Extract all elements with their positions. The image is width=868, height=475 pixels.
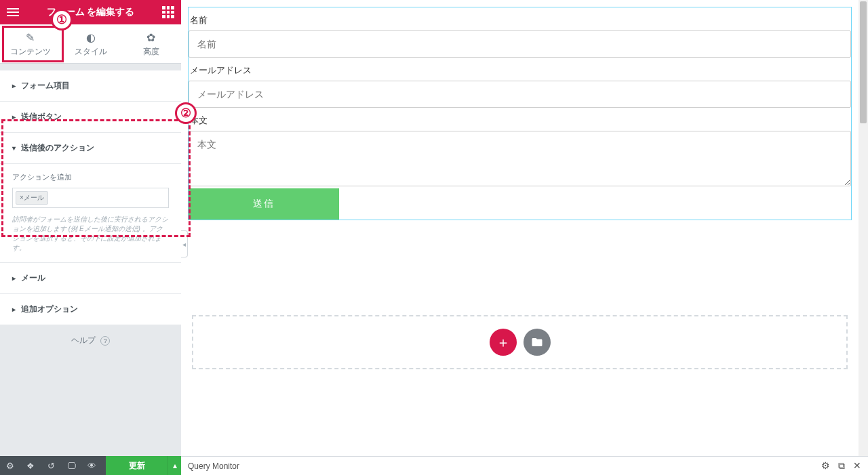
- actions-hint: 訪問者がフォームを送信した後に実行されるアクションを追加します (例 Eメール通…: [12, 215, 169, 253]
- editor-sidebar: フォーム を編集する ✎ コンテンツ ◐ スタイル ✿ 高度 ▸フォーム項目 ▸…: [0, 0, 181, 475]
- caret-down-icon: ▾: [12, 144, 16, 152]
- bottom-bar: Query Monitor ⚙ ⧉ ✕: [181, 456, 868, 475]
- tab-advanced[interactable]: ✿ 高度: [121, 24, 181, 63]
- pencil-icon: ✎: [0, 31, 60, 44]
- caret-right-icon: ▸: [12, 274, 16, 282]
- scrollbar-thumb[interactable]: [860, 1, 867, 123]
- caret-right-icon: ▸: [12, 306, 16, 313]
- settings-accordion: ▸フォーム項目 ▸送信ボタン ▾送信後のアクション アクションを追加 ×メール …: [0, 70, 181, 325]
- section-label: 追加オプション: [21, 304, 78, 315]
- widgets-grid-icon[interactable]: [162, 6, 174, 18]
- hamburger-icon[interactable]: [7, 8, 19, 16]
- field-label-name: 名前: [189, 7, 851, 30]
- responsive-icon[interactable]: 🖵: [61, 461, 81, 471]
- add-section-dropzone[interactable]: ＋: [192, 315, 848, 369]
- tab-label: コンテンツ: [10, 47, 51, 56]
- field-label-email: メールアドレス: [189, 58, 851, 81]
- sidebar-header: フォーム を編集する: [0, 0, 181, 24]
- update-more-button[interactable]: ▴: [167, 456, 181, 475]
- gear-icon: ✿: [121, 31, 181, 44]
- tab-label: 高度: [143, 47, 159, 56]
- contrast-icon: ◐: [60, 31, 121, 44]
- section-actions-after-submit[interactable]: ▾送信後のアクション: [0, 133, 181, 163]
- help-icon: ?: [100, 336, 110, 346]
- add-action-label: アクションを追加: [12, 172, 169, 182]
- query-monitor-label[interactable]: Query Monitor: [188, 461, 239, 471]
- caret-right-icon: ▸: [12, 113, 16, 121]
- caret-right-icon: ▸: [12, 82, 16, 89]
- history-icon[interactable]: ↺: [41, 461, 61, 471]
- add-section-button[interactable]: ＋: [490, 329, 517, 356]
- section-label: 送信ボタン: [21, 111, 62, 123]
- action-tag[interactable]: ×メール: [16, 191, 48, 205]
- add-template-button[interactable]: [524, 329, 551, 356]
- folder-icon: [531, 336, 543, 348]
- sidebar-title: フォーム を編集する: [19, 6, 162, 18]
- sidebar-footer: ⚙ ❖ ↺ 🖵 👁 更新 ▴: [0, 456, 181, 475]
- section-label: 送信後のアクション: [21, 142, 94, 154]
- section-label: メール: [21, 272, 45, 284]
- annotation-badge-2: ②: [175, 102, 197, 124]
- section-email[interactable]: ▸メール: [0, 263, 181, 293]
- actions-tag-input[interactable]: ×メール: [12, 188, 169, 208]
- section-label: フォーム項目: [21, 80, 70, 91]
- popout-icon[interactable]: ⧉: [838, 460, 845, 472]
- section-form-fields[interactable]: ▸フォーム項目: [0, 70, 181, 101]
- sidebar-collapse-handle[interactable]: ◂: [181, 230, 188, 257]
- canvas: 名前 メールアドレス 本文 送信 ＋: [181, 0, 859, 456]
- close-icon[interactable]: ✕: [853, 460, 861, 472]
- section-body: アクションを追加 ×メール 訪問者がフォームを送信した後に実行されるアクションを…: [0, 163, 181, 262]
- navigator-icon[interactable]: ❖: [20, 461, 41, 471]
- gear-icon[interactable]: ⚙: [821, 460, 830, 472]
- preview-icon[interactable]: 👁: [81, 461, 102, 471]
- field-label-body: 本文: [189, 108, 851, 131]
- editor-tabs: ✎ コンテンツ ◐ スタイル ✿ 高度: [0, 24, 181, 64]
- field-textarea-body[interactable]: [189, 131, 851, 186]
- section-additional-options[interactable]: ▸追加オプション: [0, 294, 181, 325]
- form-widget[interactable]: 名前 メールアドレス 本文 送信: [188, 7, 852, 220]
- help-link[interactable]: ヘルプ ?: [0, 325, 181, 356]
- update-button[interactable]: 更新: [106, 456, 167, 475]
- annotation-badge-1: ①: [51, 9, 73, 30]
- vertical-scrollbar[interactable]: [859, 0, 868, 456]
- tab-style[interactable]: ◐ スタイル: [60, 24, 121, 63]
- section-submit-button[interactable]: ▸送信ボタン: [0, 102, 181, 132]
- submit-button[interactable]: 送信: [189, 188, 339, 220]
- field-input-name[interactable]: [189, 30, 851, 58]
- tab-content[interactable]: ✎ コンテンツ: [0, 24, 60, 63]
- field-input-email[interactable]: [189, 81, 851, 108]
- settings-icon[interactable]: ⚙: [0, 461, 20, 471]
- tab-label: スタイル: [75, 47, 107, 56]
